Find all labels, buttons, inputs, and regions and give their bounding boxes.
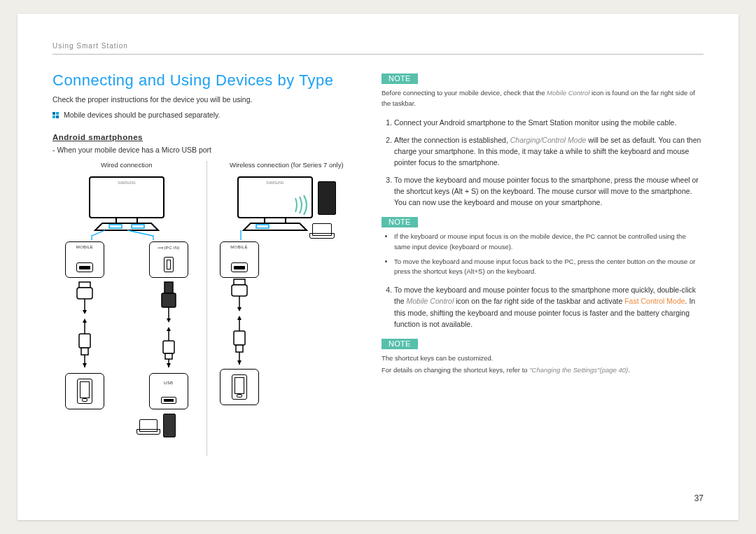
svg-marker-14 xyxy=(83,363,87,367)
svg-rect-26 xyxy=(265,218,286,223)
purchase-note-row: Mobile devices should be purchased separ… xyxy=(52,111,360,119)
android-subheading: Android smartphones xyxy=(52,133,360,141)
svg-rect-36 xyxy=(236,345,243,352)
mobile-port-box: MOBILE xyxy=(65,241,104,278)
usb-port-icon xyxy=(161,397,176,404)
svg-rect-12 xyxy=(81,348,88,355)
svg-rect-22 xyxy=(165,353,172,359)
mobile-port-box-wireless: MOBILE xyxy=(220,241,259,278)
note-3-line-2: For details on changing the shortcut key… xyxy=(382,365,704,376)
svg-marker-32 xyxy=(237,307,241,311)
phone-device-box xyxy=(65,373,104,409)
laptop-router-group xyxy=(136,414,176,437)
svg-marker-19 xyxy=(167,327,171,331)
phone-icon xyxy=(77,379,92,404)
header-section: Using Smart Station xyxy=(52,42,704,50)
svg-rect-1 xyxy=(116,218,137,223)
purchase-note-text: Mobile devices should be purchased separ… xyxy=(64,111,220,119)
wireless-diagram-col: Wireless connection (for Series 7 only) … xyxy=(207,161,361,456)
note-2-bullet-2: To move the keyboard and mouse input foc… xyxy=(394,257,704,277)
pc-in-port-box: ⟿ (PC IN) xyxy=(149,241,188,278)
steps-list-4: To move the keyboard and mouse pointer f… xyxy=(382,284,704,330)
note-3-line-1: The shortcut keys can be customized. xyxy=(382,353,704,364)
wired-diagram: SAMSUNG MOBILE xyxy=(52,176,201,456)
pc-in-port-icon xyxy=(164,257,174,272)
mobile-port-icon-wireless xyxy=(231,262,248,272)
diagram-row: Wired connection SAMSUNG xyxy=(52,161,360,456)
svg-rect-5 xyxy=(79,282,90,288)
phone-icon-wireless xyxy=(232,374,247,400)
bullet-icon xyxy=(52,112,59,119)
svg-rect-11 xyxy=(79,334,90,348)
page: Using Smart Station Connecting and Using… xyxy=(18,14,738,520)
step-4: To move the keyboard and mouse pointer f… xyxy=(394,284,704,330)
svg-rect-3 xyxy=(132,225,144,228)
svg-marker-38 xyxy=(237,360,241,365)
svg-rect-35 xyxy=(234,331,245,345)
usb-port-box: USB xyxy=(149,373,188,409)
steps-list-1-3: Connect your Android smartphone to the S… xyxy=(382,117,704,208)
wired-label: Wired connection xyxy=(52,161,201,169)
svg-rect-21 xyxy=(163,341,174,353)
mobile-port-label-wireless: MOBILE xyxy=(220,245,258,249)
router-icon xyxy=(318,181,336,215)
wireless-label: Wireless connection (for Series 7 only) xyxy=(213,161,361,169)
note-badge-3: NOTE xyxy=(382,339,418,349)
phone-device-box-wireless xyxy=(220,369,259,405)
router-box xyxy=(318,181,336,215)
note-1-text: Before connecting to your mobile device,… xyxy=(382,88,704,108)
svg-marker-9 xyxy=(83,318,87,323)
usb-pc-cable-icon xyxy=(149,281,188,372)
mobile-port-label: MOBILE xyxy=(66,245,104,249)
pc-in-port-label: ⟿ (PC IN) xyxy=(150,245,188,250)
wifi-icon xyxy=(291,191,319,219)
svg-rect-16 xyxy=(162,293,176,307)
svg-marker-18 xyxy=(167,318,171,323)
monitor-icon: SAMSUNG xyxy=(74,176,179,232)
right-column: NOTE Before connecting to your mobile de… xyxy=(382,71,704,456)
page-number: 37 xyxy=(694,493,704,503)
micro-usb-cable-icon xyxy=(65,281,104,372)
svg-marker-8 xyxy=(83,310,87,314)
content-columns: Connecting and Using Devices by Type Che… xyxy=(52,71,704,456)
mobile-port-icon xyxy=(76,262,93,272)
desktop-icon xyxy=(163,414,175,437)
micro-usb-note: When your mobile device has a Micro USB … xyxy=(52,146,360,154)
svg-rect-29 xyxy=(234,279,245,285)
svg-text:SAMSUNG: SAMSUNG xyxy=(267,181,284,185)
left-column: Connecting and Using Devices by Type Che… xyxy=(52,71,360,456)
note-2-list: If the keyboard or mouse input focus is … xyxy=(382,232,704,277)
page-title: Connecting and Using Devices by Type xyxy=(52,71,360,90)
micro-usb-cable-icon-wireless xyxy=(220,278,259,369)
intro-text: Check the proper instructions for the de… xyxy=(52,94,360,105)
svg-rect-6 xyxy=(77,288,92,299)
svg-rect-30 xyxy=(232,285,247,296)
svg-rect-27 xyxy=(256,225,269,228)
svg-rect-2 xyxy=(109,225,122,228)
wired-diagram-col: Wired connection SAMSUNG xyxy=(52,161,207,456)
laptop-icon xyxy=(136,419,161,436)
wireless-diagram: SAMSUNG xyxy=(213,176,361,456)
step-1: Connect your Android smartphone to the S… xyxy=(394,117,704,128)
note-badge-1: NOTE xyxy=(382,73,418,84)
svg-marker-33 xyxy=(237,316,241,320)
usb-port-label: USB xyxy=(150,381,188,385)
svg-rect-15 xyxy=(164,282,173,293)
step-2: After the connection is established, Cha… xyxy=(394,134,704,169)
laptop-icon-wireless xyxy=(309,223,335,240)
svg-text:SAMSUNG: SAMSUNG xyxy=(118,181,135,185)
note-2-bullet-1: If the keyboard or mouse input focus is … xyxy=(394,232,704,252)
header-divider xyxy=(52,54,704,55)
note-badge-2: NOTE xyxy=(382,217,418,227)
svg-marker-24 xyxy=(167,363,171,367)
step-3: To move the keyboard and mouse pointer f… xyxy=(394,174,704,209)
